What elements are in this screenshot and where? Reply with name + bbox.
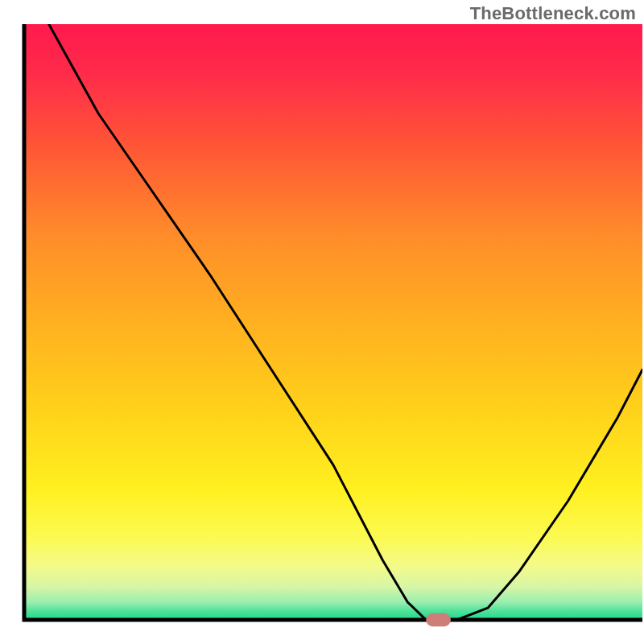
gradient-background — [24, 24, 642, 620]
bottleneck-chart — [0, 0, 644, 644]
watermark-text: TheBottleneck.com — [470, 3, 636, 24]
optimal-marker — [426, 613, 451, 626]
chart-stage: TheBottleneck.com — [0, 0, 644, 644]
